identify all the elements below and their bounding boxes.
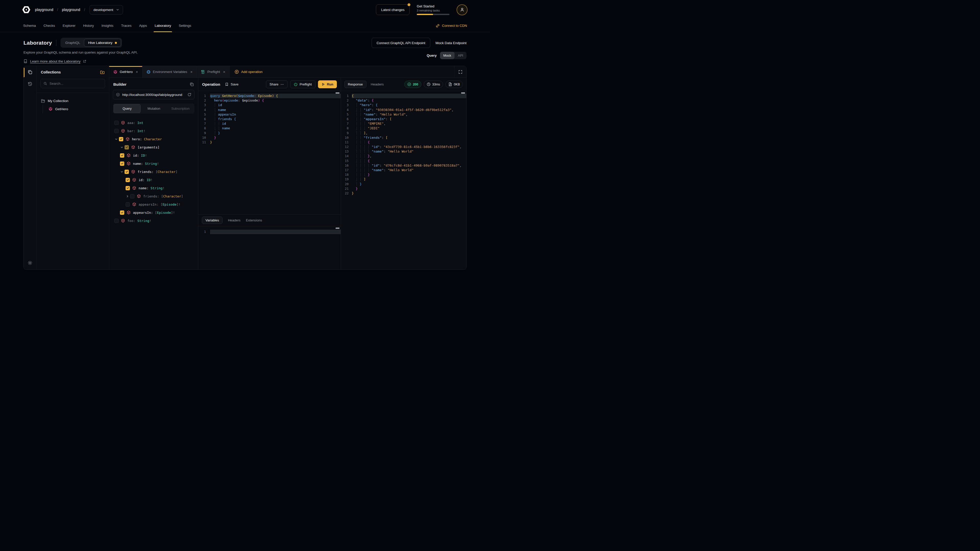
workspace-tab-environment-variables[interactable]: Environment Variables× [142, 66, 197, 78]
line-number: 4 [198, 108, 210, 112]
field-label[interactable]: name: [138, 186, 148, 190]
endpoint-url-field[interactable]: http://localhost:3000/api/lab/playground [113, 90, 194, 100]
field-label[interactable]: name: [133, 162, 143, 165]
size-badge: 0KB [445, 81, 463, 88]
collections-rail-icon[interactable] [27, 70, 32, 75]
connect-endpoint-button[interactable]: Connect GraphQL API Endpoint [372, 38, 431, 48]
learn-more-link[interactable]: Learn more about the Laboratory [30, 59, 80, 63]
mode-option-hive-laboratory[interactable]: Hive Laboratory [84, 39, 121, 47]
nav-tab-apps[interactable]: Apps [135, 19, 151, 32]
nav-tab-settings[interactable]: Settings [175, 19, 195, 32]
chevron-down-icon[interactable] [115, 138, 118, 141]
field-checkbox[interactable] [130, 194, 135, 198]
field-checkbox[interactable] [126, 178, 130, 182]
run-button[interactable]: Run [318, 80, 337, 88]
search-input[interactable] [49, 82, 102, 86]
preflight-button[interactable]: Preflight [290, 80, 315, 88]
field-label[interactable]: id: [133, 154, 139, 157]
chevron-down-icon[interactable] [120, 146, 124, 149]
latest-changes-button[interactable]: Latest changes [376, 4, 410, 15]
field-checkbox[interactable] [120, 210, 124, 215]
scrollbar-thumb[interactable] [336, 227, 339, 229]
close-icon[interactable]: × [223, 70, 225, 74]
line-number: 14 [341, 154, 352, 159]
breadcrumb-project[interactable]: playground [62, 8, 80, 12]
field-checkbox[interactable] [120, 162, 124, 166]
new-folder-icon[interactable] [100, 70, 105, 75]
close-icon[interactable]: × [190, 70, 192, 74]
field-label[interactable]: appearsIn: [138, 203, 159, 206]
field-checkbox[interactable] [124, 145, 129, 149]
settings-gear-icon[interactable] [27, 260, 32, 265]
environment-selector[interactable]: development [89, 5, 123, 14]
field-label[interactable]: bar: [127, 129, 135, 133]
collapse-copy-icon[interactable] [189, 82, 194, 86]
mock-endpoint-button[interactable]: Mock Data Endpoint [435, 41, 466, 45]
response-viewer[interactable]: 1{2 "data": {3 │ "hero": {4 │ │ "id": "9… [341, 91, 466, 269]
tab-label: GetHero [120, 70, 133, 74]
share-button[interactable]: Share ⋯ [266, 80, 288, 88]
get-started-widget[interactable]: Get Started 3 remaining tasks [417, 4, 449, 15]
collection-folder[interactable]: My Collection [41, 97, 105, 105]
hive-logo-icon[interactable] [22, 5, 30, 14]
field-checkbox[interactable] [124, 170, 129, 174]
nav-tab-insights[interactable]: Insights [98, 19, 118, 32]
breadcrumb: playground / playground / development [35, 5, 123, 14]
field-label[interactable]: foo: [127, 219, 135, 223]
scrollbar-thumb[interactable] [461, 92, 465, 94]
field-checkbox[interactable] [126, 202, 130, 206]
refresh-icon[interactable] [187, 93, 191, 97]
get-started-progressbar [417, 14, 449, 15]
field-checkbox[interactable] [115, 121, 119, 125]
close-icon[interactable]: × [136, 70, 138, 74]
nav-tab-traces[interactable]: Traces [117, 19, 135, 32]
breadcrumb-org[interactable]: playground [35, 8, 53, 12]
field-checkbox[interactable] [120, 153, 124, 158]
bottom-tab-extensions[interactable]: Extensions [246, 218, 262, 222]
field-checkbox[interactable] [115, 219, 119, 223]
chevron-down-icon[interactable] [120, 170, 124, 173]
history-rail-icon[interactable] [27, 82, 32, 86]
collections-search[interactable] [40, 79, 105, 88]
field-label[interactable]: aaa: [127, 121, 135, 125]
response-headers-tab[interactable]: Headers [371, 83, 384, 86]
field-label[interactable]: friends: [143, 194, 159, 198]
operation-editor[interactable]: 1query GetHero($episode: Episode) {2 her… [198, 91, 341, 214]
bottom-tab-variables[interactable]: Variables [202, 217, 223, 224]
workspace-tab-preflight[interactable]: Preflight× [197, 66, 229, 78]
nav-tab-checks[interactable]: Checks [40, 19, 59, 32]
bottom-tab-headers[interactable]: Headers [228, 218, 240, 222]
field-checkbox[interactable] [126, 186, 130, 190]
connect-to-cdn-link[interactable]: Connect to CDN [436, 19, 471, 32]
field-label[interactable]: friends: [138, 170, 154, 174]
variables-editor[interactable]: 1 [198, 226, 341, 269]
field-label[interactable]: hero: [132, 137, 142, 141]
field-checkbox[interactable] [115, 129, 119, 133]
nav-tab-explorer[interactable]: Explorer [59, 19, 80, 32]
operation-type-subscription[interactable]: Subscription [167, 104, 194, 113]
field-checkbox[interactable] [119, 137, 123, 141]
book-icon [24, 59, 27, 63]
save-button[interactable]: Save [225, 83, 239, 86]
user-avatar[interactable] [457, 4, 468, 15]
field-label[interactable]: id: [138, 178, 145, 182]
line-number: 18 [341, 172, 352, 177]
mode-option-graphiql[interactable]: GraphiQL [62, 39, 84, 46]
field-label[interactable]: appearsIn: [133, 211, 153, 214]
tree-row-appearsin: appearsIn: [Episode]! [109, 200, 198, 208]
field-label[interactable]: [arguments] [138, 145, 159, 149]
fullscreen-button[interactable] [454, 66, 466, 78]
operation-type-mutation[interactable]: Mutation [141, 104, 167, 113]
collection-operation-gethero[interactable]: GetHero [43, 105, 105, 113]
nav-tab-schema[interactable]: Schema [19, 19, 40, 32]
query-mode-api[interactable]: API [455, 52, 466, 59]
nav-tab-history[interactable]: History [80, 19, 98, 32]
response-tab[interactable]: Response [344, 81, 366, 88]
workspace-tab-gethero[interactable]: GetHero× [109, 66, 142, 78]
query-mode-mock[interactable]: Mock [440, 52, 455, 59]
operation-type-query[interactable]: Query [114, 104, 141, 113]
scrollbar-thumb[interactable] [336, 92, 339, 94]
nav-tab-laboratory[interactable]: Laboratory [151, 19, 175, 32]
add-operation-button[interactable]: Add operation [230, 66, 267, 78]
chevron-right-icon[interactable] [126, 195, 129, 198]
